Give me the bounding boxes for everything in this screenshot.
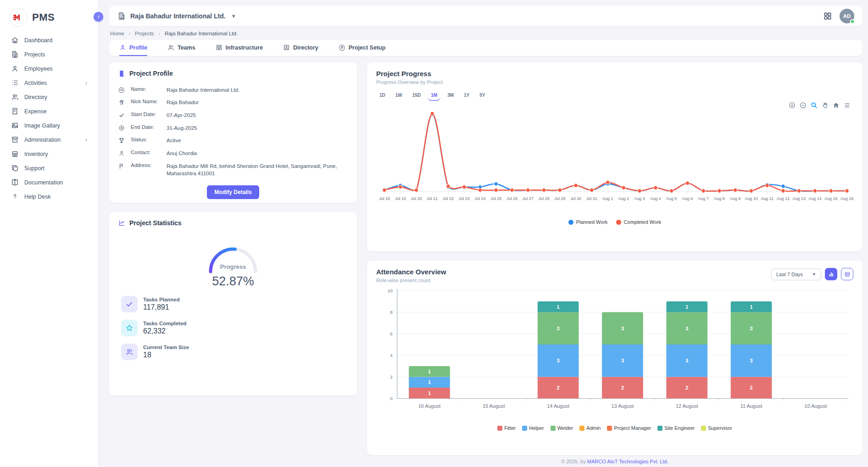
range-button-15d[interactable]: 15D	[409, 91, 424, 101]
card-subtitle: Progress Overview by Project	[376, 79, 853, 85]
stat-tasks-planned: Tasks Planned 117,891	[121, 296, 348, 312]
data-point-marker[interactable]	[510, 188, 514, 192]
sidebar-item-projects[interactable]: Projects	[0, 47, 98, 61]
selection-zoom-icon[interactable]	[811, 102, 818, 109]
data-point-marker[interactable]	[478, 188, 482, 192]
data-point-marker[interactable]	[574, 183, 578, 187]
data-point-marker[interactable]	[494, 188, 498, 192]
sidebar-item-inventory[interactable]: Inventory	[0, 147, 98, 161]
sidebar-item-employees[interactable]: Employees	[0, 61, 98, 76]
range-button-1d[interactable]: 1D	[376, 91, 389, 101]
tab-infrastructure[interactable]: Infrastructure	[216, 40, 263, 56]
legend-item-helper[interactable]: Helper	[522, 425, 544, 431]
sidebar-item-support[interactable]: Support	[0, 161, 98, 175]
x-axis-label: Jul 24	[475, 196, 486, 201]
data-point-marker[interactable]	[638, 189, 641, 193]
sidebar-item-documentation[interactable]: Documentation	[0, 175, 98, 189]
brand-logo[interactable]: PMS	[0, 6, 98, 33]
apps-grid-button[interactable]	[823, 11, 832, 21]
data-point-marker[interactable]	[829, 189, 833, 193]
x-axis-label: Aug 10	[745, 196, 757, 201]
data-point-marker[interactable]	[590, 188, 594, 192]
data-point-marker[interactable]	[430, 111, 434, 115]
x-axis-label: Jul 27	[523, 196, 534, 201]
data-point-marker[interactable]	[845, 189, 849, 193]
table-view-button[interactable]	[841, 268, 853, 280]
data-point-marker[interactable]	[494, 182, 498, 186]
data-point-marker[interactable]	[654, 186, 657, 189]
progress-line-chart[interactable]: Jul 18Jul 19Jul 20Jul 21Jul 22Jul 23Jul …	[376, 101, 853, 217]
legend-item-supervisor[interactable]: Supervisor	[701, 425, 732, 431]
data-point-marker[interactable]	[765, 183, 769, 187]
data-point-marker[interactable]	[685, 181, 689, 185]
legend-item-project-manager[interactable]: Project Manager	[607, 425, 651, 431]
tab-directory[interactable]: Directory	[283, 40, 318, 56]
data-point-marker[interactable]	[399, 185, 402, 189]
breadcrumb-item[interactable]: Home	[110, 31, 124, 36]
legend-marker	[616, 220, 621, 225]
data-point-marker[interactable]	[781, 189, 785, 193]
attendance-bar-chart[interactable]: 024681011116 August15 August233114 Augus…	[376, 286, 853, 422]
data-point-marker[interactable]	[749, 189, 753, 193]
data-point-marker[interactable]	[669, 189, 673, 193]
chevron-down-icon[interactable]: ▼	[231, 13, 236, 19]
range-button-1w[interactable]: 1W	[392, 91, 406, 101]
tab-profile[interactable]: Profile	[119, 40, 147, 56]
y-axis-label: 6	[390, 331, 393, 336]
data-point-marker[interactable]	[414, 188, 418, 192]
legend-item-planned-work[interactable]: Planned Work	[568, 219, 608, 225]
range-button-3m[interactable]: 3M	[444, 91, 457, 101]
legend-item-completed-work[interactable]: Completed Work	[616, 219, 662, 225]
data-point-marker[interactable]	[383, 188, 386, 192]
zoom-in-icon[interactable]	[789, 102, 796, 109]
x-axis-label: Jul 26	[506, 196, 517, 201]
legend-item-welder[interactable]: Welder	[551, 425, 573, 431]
sidebar-collapse-button[interactable]: ‹	[94, 12, 103, 22]
x-axis-label: 14 August	[547, 403, 569, 409]
range-button-1y[interactable]: 1Y	[461, 91, 473, 101]
range-button-5y[interactable]: 5Y	[476, 91, 488, 101]
data-point-marker[interactable]	[813, 189, 817, 193]
data-point-marker[interactable]	[558, 188, 562, 192]
bar-chart-view-button[interactable]	[825, 268, 837, 280]
line-chart-legend: Planned WorkCompleted Work	[376, 219, 853, 225]
reset-home-icon[interactable]	[833, 102, 840, 109]
data-point-marker[interactable]	[606, 180, 609, 184]
data-point-marker[interactable]	[701, 189, 705, 193]
data-point-marker[interactable]	[542, 188, 545, 192]
sidebar-item-image-gallary[interactable]: Image Gallary	[0, 118, 98, 133]
data-point-marker[interactable]	[781, 184, 785, 188]
data-point-marker[interactable]	[446, 184, 450, 188]
data-point-marker[interactable]	[462, 185, 466, 189]
x-axis-label: Jul 22	[443, 196, 454, 201]
breadcrumb-item[interactable]: Projects	[135, 31, 154, 36]
modify-details-button[interactable]: Modify Details	[207, 185, 259, 199]
question-icon	[11, 193, 19, 200]
sidebar-item-dashboard[interactable]: Dashboard	[0, 33, 98, 47]
legend-item-site-engineer[interactable]: Site Engineer	[657, 425, 695, 431]
date-range-select[interactable]: Last 7 Days ▼	[771, 268, 821, 280]
project-switcher-title[interactable]: Raja Bahadur International Ltd.	[130, 12, 226, 20]
sidebar-item-administration[interactable]: Administration›	[0, 133, 98, 147]
data-point-marker[interactable]	[797, 189, 801, 193]
range-button-1m[interactable]: 1M	[428, 91, 440, 101]
sidebar-item-expense[interactable]: Expense	[0, 104, 98, 118]
data-point-marker[interactable]	[734, 188, 737, 192]
sidebar-item-activities[interactable]: Activities›	[0, 76, 98, 90]
user-avatar[interactable]: AD	[840, 9, 854, 23]
pan-icon[interactable]	[822, 102, 829, 109]
zoom-out-icon[interactable]	[800, 102, 807, 109]
sidebar-item-help-desk[interactable]: Help Desk	[0, 189, 98, 204]
footer-company-link[interactable]: MARCO AIoT Technologies Pvt. Ltd.	[587, 459, 668, 464]
legend-item-fitter[interactable]: Fitter	[497, 425, 516, 431]
sidebar-item-directory[interactable]: Directory	[0, 90, 98, 104]
data-point-marker[interactable]	[622, 186, 625, 189]
tab-label: Profile	[129, 44, 147, 51]
legend-item-admin[interactable]: Admin	[579, 425, 601, 431]
data-point-marker[interactable]	[526, 188, 530, 192]
tab-teams[interactable]: Teams	[167, 40, 195, 56]
people-icon	[121, 344, 138, 360]
menu-icon[interactable]	[844, 102, 851, 109]
tab-project-setup[interactable]: Project Setup	[339, 40, 386, 56]
data-point-marker[interactable]	[718, 189, 721, 193]
